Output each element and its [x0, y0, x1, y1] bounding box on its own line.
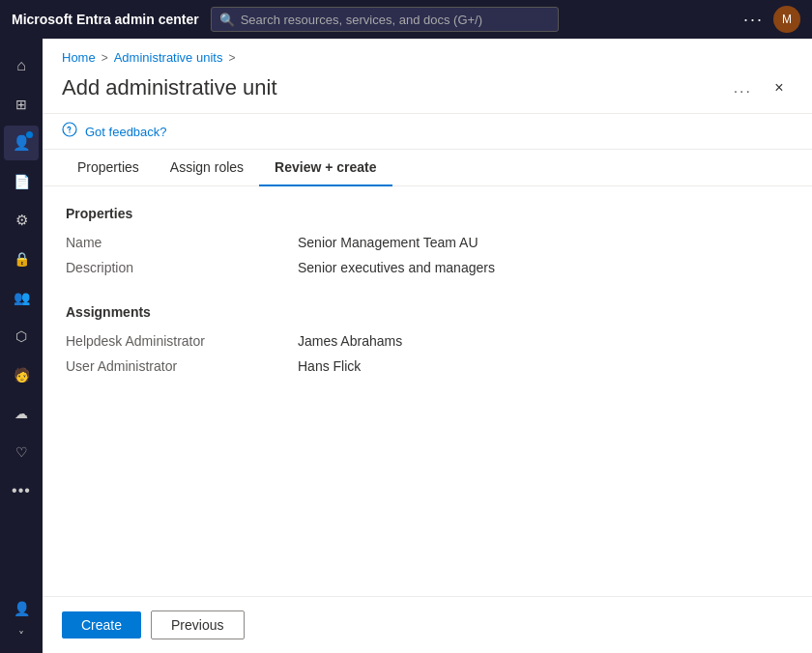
- sidebar-item-app[interactable]: ⬡: [4, 319, 39, 354]
- properties-section-title: Properties: [66, 206, 789, 221]
- sidebar-item-group[interactable]: 👥: [4, 280, 39, 315]
- create-button[interactable]: Create: [62, 611, 141, 639]
- content-area: Properties Name Senior Management Team A…: [43, 186, 812, 596]
- assignment-user-admin-row: User Administrator Hans Flick: [66, 358, 789, 374]
- sidebar-item-user[interactable]: 🧑: [4, 357, 39, 392]
- property-name-label: Name: [66, 235, 298, 250]
- panel-close-button[interactable]: ×: [766, 74, 793, 101]
- more-dots-icon: •••: [12, 482, 31, 499]
- properties-section: Properties Name Senior Management Team A…: [66, 206, 789, 275]
- sidebar-item-more[interactable]: •••: [4, 473, 39, 508]
- assignment-helpdesk-label: Helpdesk Administrator: [66, 333, 298, 349]
- breadcrumb: Home > Administrative units >: [43, 39, 812, 71]
- feedback-bar[interactable]: Got feedback?: [43, 114, 812, 150]
- assignment-helpdesk-value: James Abrahams: [298, 333, 402, 349]
- grid-icon: ⊞: [15, 97, 27, 112]
- property-description-row: Description Senior executives and manage…: [66, 260, 789, 275]
- main-panel: Home > Administrative units > Add admini…: [43, 39, 812, 653]
- sidebar-item-lock[interactable]: 🔒: [4, 241, 39, 276]
- settings-icon: ⚙: [15, 212, 28, 229]
- tab-properties[interactable]: Properties: [62, 150, 155, 186]
- chevron-up-icon: ˅: [18, 630, 24, 643]
- cloud-icon: ☁: [14, 406, 28, 421]
- sidebar-item-document[interactable]: 📄: [4, 164, 39, 199]
- topbar-right: ··· M: [743, 6, 800, 33]
- panel-title: Add administrative unit: [62, 75, 720, 100]
- topbar: Microsoft Entra admin center 🔍 Search re…: [0, 0, 812, 39]
- tabs: Properties Assign roles Review + create: [43, 150, 812, 186]
- sidebar-item-heart[interactable]: ♡: [4, 435, 39, 469]
- feedback-label: Got feedback?: [85, 125, 167, 139]
- feedback-icon: [62, 122, 77, 141]
- property-name-value: Senior Management Team AU: [298, 235, 478, 250]
- tab-assign-roles[interactable]: Assign roles: [155, 150, 259, 186]
- breadcrumb-home[interactable]: Home: [62, 50, 96, 65]
- property-name-row: Name Senior Management Team AU: [66, 235, 789, 250]
- app-icon: ⬡: [15, 328, 27, 344]
- svg-point-1: [69, 131, 70, 132]
- assignments-section-title: Assignments: [66, 304, 789, 320]
- topbar-more-button[interactable]: ···: [743, 10, 764, 30]
- group-icon: 👥: [14, 290, 30, 305]
- assignment-user-admin-label: User Administrator: [66, 358, 298, 374]
- document-icon: 📄: [14, 174, 30, 189]
- sidebar-bottom: 👤 ˅: [4, 591, 39, 643]
- sidebar-item-home[interactable]: ⌂: [4, 48, 39, 83]
- property-description-label: Description: [66, 260, 298, 275]
- home-icon: ⌂: [16, 57, 26, 74]
- assignment-user-admin-value: Hans Flick: [298, 358, 361, 374]
- avatar[interactable]: M: [773, 6, 800, 33]
- tab-review-create[interactable]: Review + create: [259, 150, 392, 186]
- previous-button[interactable]: Previous: [151, 610, 244, 639]
- breadcrumb-admin-units[interactable]: Administrative units: [114, 50, 223, 65]
- assignment-helpdesk-row: Helpdesk Administrator James Abrahams: [66, 333, 789, 349]
- assignments-section: Assignments Helpdesk Administrator James…: [66, 304, 789, 374]
- footer: Create Previous: [43, 596, 812, 653]
- account-icon: 👤: [14, 601, 30, 616]
- panel-header: Add administrative unit ... ×: [43, 71, 812, 114]
- search-placeholder: Search resources, services, and docs (G+…: [241, 13, 482, 27]
- search-icon: 🔍: [219, 13, 235, 27]
- sidebar-item-settings[interactable]: ⚙: [4, 203, 39, 238]
- sidebar-item-grid[interactable]: ⊞: [4, 87, 39, 122]
- sidebar-item-identity[interactable]: 👤: [4, 126, 39, 160]
- sidebar-collapse-button[interactable]: ˅: [18, 630, 24, 643]
- sidebar-item-account[interactable]: 👤: [4, 591, 39, 626]
- lock-icon: 🔒: [14, 251, 30, 267]
- heart-icon: ♡: [15, 444, 28, 460]
- user-people-icon: 🧑: [14, 367, 30, 383]
- panel-more-button[interactable]: ...: [730, 75, 756, 100]
- identity-icon: 👤: [13, 134, 31, 152]
- breadcrumb-sep-2: >: [228, 51, 235, 65]
- app-title: Microsoft Entra admin center: [12, 12, 199, 27]
- breadcrumb-sep-1: >: [102, 51, 108, 65]
- sidebar: ⌂ ⊞ 👤 📄 ⚙ 🔒 👥 ⬡ 🧑 ☁ ♡: [0, 39, 43, 653]
- property-description-value: Senior executives and managers: [298, 260, 495, 275]
- sidebar-item-cloud[interactable]: ☁: [4, 396, 39, 431]
- search-box[interactable]: 🔍 Search resources, services, and docs (…: [211, 7, 559, 32]
